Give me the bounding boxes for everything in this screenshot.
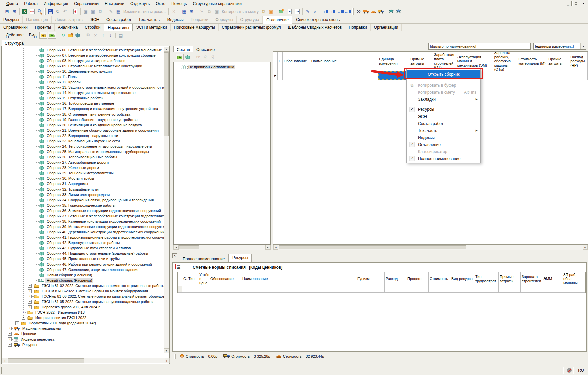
comment-settings-icon[interactable]: ⧉ [97, 8, 104, 15]
tree-item[interactable]: Сборник 46. Работы при реконструкции зда… [2, 261, 164, 267]
tree-item[interactable]: Сборник 20. Вентиляция и кондиционирован… [2, 122, 164, 128]
copy-icon[interactable]: ⧉ [206, 8, 213, 15]
pdf-export-icon[interactable]: PDF [29, 8, 36, 15]
section-tab-11[interactable]: Организации [371, 24, 402, 31]
tree-item[interactable]: Сборник 40. Деревянные конструкции гидро… [2, 229, 164, 235]
tree-item[interactable]: Сборник 14. Конструкции в сельском строи… [2, 90, 164, 95]
tab-10[interactable]: Структура [237, 16, 263, 23]
column-header[interactable]: Стоимость материалов (М) [517, 52, 547, 71]
tree-item[interactable]: +Машины и механизмы [2, 326, 164, 331]
expand-icon[interactable]: + [28, 305, 32, 309]
tree-item[interactable]: Сборник 23. Канализация - наружные сети [2, 138, 164, 144]
column-header[interactable]: Прямые затраты [499, 272, 521, 286]
edit-norm-icon[interactable]: ✎ [304, 8, 311, 15]
name-filter-input[interactable] [428, 43, 531, 50]
tree-item[interactable]: Сборник 41. Гидроизоляционные работы в г… [2, 235, 164, 240]
tab-sostav[interactable]: Состав [173, 46, 193, 52]
tab-11[interactable]: Оглавление [263, 16, 292, 24]
scroll-up-icon[interactable]: ▲ [164, 47, 169, 52]
hand-pin2-icon[interactable]: ☟ [209, 54, 216, 60]
menu-9[interactable]: Структурные справочники [190, 1, 245, 7]
expand-icon[interactable]: + [8, 332, 12, 336]
tree-item[interactable]: Сборник 27. Автомобильные дороги [2, 160, 164, 165]
paste-icon[interactable]: ⧉ [85, 32, 91, 39]
tree-item[interactable]: +ГЭСНм 81-03-2022. Сметные нормы на монт… [2, 288, 164, 294]
paste-icon[interactable]: ▣ [213, 8, 220, 15]
tree-item[interactable]: +Ценники [2, 331, 164, 336]
move-down-icon[interactable]: ↓ [107, 32, 114, 39]
menu-1[interactable]: Смета [3, 1, 21, 7]
expand-icon[interactable]: + [22, 311, 25, 314]
tree-item[interactable]: Сборник 16. Трубопроводы внутренние [2, 101, 164, 106]
section-tab-10[interactable]: Поправки [345, 24, 370, 31]
search-icon[interactable] [36, 8, 43, 15]
car-icon[interactable] [377, 8, 384, 15]
tree-item[interactable]: Сборник 38. Каменные конструкции гидроте… [2, 219, 164, 224]
tree-item[interactable]: Сборник 45. Промышленные печи и трубы [2, 256, 164, 261]
tree-item[interactable]: Сборник 13. Защита строительных конструк… [2, 85, 164, 90]
column-header[interactable]: Зарплата строителей [521, 272, 542, 286]
tree-item[interactable]: +Перевозка грузов И12, 4 кв 2024 г [2, 304, 164, 310]
maximize-icon[interactable]: ☐ [572, 1, 579, 6]
table-hscrollbar[interactable]: ◄ ► [273, 245, 588, 250]
action-menu-2[interactable]: Вид [26, 32, 39, 38]
table-cell[interactable] [517, 71, 547, 80]
section-tab-8[interactable]: Справочник расчётных формул [219, 24, 285, 31]
toc-tree-item[interactable]: Не привязан к оглавлению [174, 64, 270, 70]
tree-item[interactable]: +Ресурсы [2, 342, 164, 347]
table-cell[interactable] [474, 286, 499, 292]
tab-1[interactable]: Ресурсы [0, 16, 23, 23]
expand-icon[interactable]: + [28, 284, 32, 288]
delete-icon[interactable]: × [170, 8, 177, 15]
bottom-tab-2[interactable]: Ресурсы [228, 254, 252, 262]
resources-table-row[interactable] [178, 286, 585, 293]
table-sync-icon[interactable]: ▦ [115, 8, 122, 15]
table-cell[interactable] [356, 286, 385, 292]
column-header[interactable]: Вид ресурса [450, 272, 474, 286]
tree-item[interactable]: Сборник 21. Временные сборно-разборные з… [2, 128, 164, 133]
section-tab-4[interactable]: Стройки [81, 24, 104, 31]
tools-icon[interactable]: ⚒ [355, 8, 362, 15]
expand-icon[interactable]: + [28, 295, 32, 298]
column-header[interactable]: Единица измерения [378, 52, 409, 71]
tree-item[interactable]: Новый сборник (Расценки) [2, 272, 164, 278]
tree-item[interactable]: Новый сборник (Расценки) [2, 278, 164, 283]
scroll-right-icon[interactable]: ► [583, 245, 588, 250]
vscroll-thumb[interactable] [164, 52, 169, 136]
menu-7[interactable]: Окно [153, 1, 168, 7]
scroll-left-icon[interactable]: ◄ [174, 245, 179, 250]
table-cell[interactable] [562, 286, 585, 292]
add-folder-button[interactable] [39, 32, 47, 39]
book-settings-icon[interactable] [278, 8, 286, 15]
row-marker-cell[interactable] [178, 286, 182, 292]
menu-item-оглавление[interactable]: ✓Оглавление [407, 141, 480, 148]
section-tab-2[interactable]: Проекты [31, 24, 55, 31]
expand-icon[interactable]: + [8, 327, 12, 330]
toolbar-grip[interactable] [352, 8, 354, 15]
column-header[interactable]: Расход [385, 272, 406, 286]
menu-6[interactable]: Отдохнуть [127, 1, 153, 7]
refresh-icon[interactable]: ↻ [60, 32, 66, 39]
minimize-icon[interactable]: ▁ [565, 1, 572, 6]
copy-document-icon[interactable]: ⧉ [260, 8, 267, 15]
scroll-left-icon[interactable]: ◄ [273, 245, 278, 250]
tree-item[interactable]: Сборник 15. Отделочные работы [2, 95, 164, 101]
expand-icon[interactable]: + [28, 289, 32, 293]
level-back-icon[interactable]: ← [344, 8, 351, 15]
remove-folder-button[interactable] [48, 32, 56, 39]
rate-page-icon[interactable]: Р [286, 8, 293, 15]
table-cell[interactable] [542, 286, 562, 292]
scroll-left-icon[interactable]: ◄ [2, 358, 7, 363]
tree-item[interactable]: Сборник 12. Кровли [2, 79, 164, 85]
column-header[interactable]: Тип трудозатрат [474, 272, 499, 286]
units-filter-dropdown[interactable]: [единицы измерения..] ▼ [533, 43, 586, 50]
menu-item-состав-работ[interactable]: Состав работ [407, 120, 480, 127]
menu-item-закладки[interactable]: Закладки▶ [407, 96, 480, 103]
undo-icon[interactable]: ↶ [62, 8, 68, 15]
section-tab-9[interactable]: Шаблоны Сводных Расчётов [284, 24, 345, 31]
tree-item[interactable]: Сборник 47. Озеленение, защитные лесонас… [2, 267, 164, 272]
tab-6[interactable]: Тех. часть▾ [135, 16, 164, 23]
table-cell[interactable] [278, 71, 283, 80]
table-cell[interactable] [283, 71, 310, 80]
table-cell[interactable] [499, 286, 521, 292]
